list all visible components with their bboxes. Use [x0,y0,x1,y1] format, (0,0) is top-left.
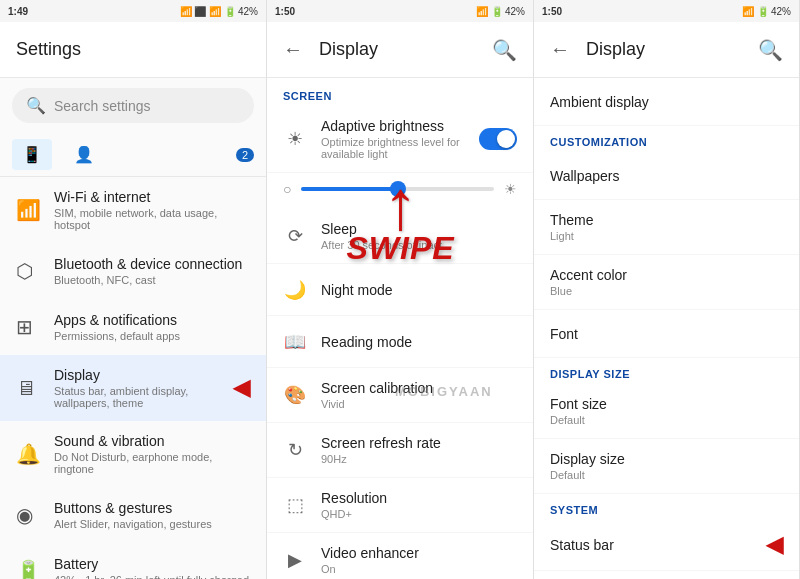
displaysize-title: Display size [550,451,783,467]
time-3: 1:50 [542,6,562,17]
left-arrow-display: ◀ [233,375,250,401]
sound-title: Sound & vibration [54,433,250,449]
time-1: 1:49 [8,6,28,17]
display-title: Display [54,367,219,383]
brightness-high-icon: ☀ [504,181,517,197]
ambientdisplay-title-3: Ambient display [550,94,783,110]
nav-tab-phone[interactable]: 📱 [12,139,52,170]
settings-item-sound[interactable]: 🔔 Sound & vibration Do Not Disturb, earp… [0,421,266,487]
statusbar-title: Status bar [550,537,758,553]
brightness-slider[interactable] [301,187,494,191]
right-item-theme[interactable]: Theme Light [534,200,799,255]
resolution-subtitle: QHD+ [321,508,517,520]
display-item-resolution[interactable]: ⬚ Resolution QHD+ [267,478,533,533]
settings-item-display[interactable]: 🖥 Display Status bar, ambient display, w… [0,355,266,421]
accentcolor-subtitle: Blue [550,285,783,297]
display-item-readingmode[interactable]: 📖 Reading mode [267,316,533,368]
apps-title: Apps & notifications [54,312,180,328]
display-item-screencalib[interactable]: 🎨 Screen calibration Vivid [267,368,533,423]
right-item-autorotate[interactable]: Auto-rotate screen [534,571,799,579]
sound-subtitle: Do Not Disturb, earphone mode, ringtone [54,451,250,475]
display-title-3: Display [586,39,742,60]
nav-badge: 2 [236,148,254,162]
search-icon-2[interactable]: 🔍 [492,38,517,62]
theme-subtitle: Light [550,230,783,242]
search-icon-3[interactable]: 🔍 [758,38,783,62]
settings-item-bluetooth[interactable]: ⬡ Bluetooth & device connection Bluetoot… [0,243,266,299]
display-item-videoenhancer[interactable]: ▶ Video enhancer On [267,533,533,579]
font-title: Font [550,326,783,342]
right-item-fontsize[interactable]: Font size Default [534,384,799,439]
battery-subtitle: 42% · 1 hr, 26 min left until fully char… [54,574,249,579]
sleep-subtitle: After 30 seconds of inact... [321,239,517,251]
nav-tab-user[interactable]: 👤 [64,139,104,170]
resolution-icon: ⬚ [283,494,307,516]
display-panel-right: 1:50 📶 🔋 42% ← Display 🔍 Ambient display… [534,0,800,579]
slider-fill [301,187,397,191]
accentcolor-title: Accent color [550,267,783,283]
right-item-wallpapers[interactable]: Wallpapers [534,152,799,200]
screencalib-icon: 🎨 [283,384,307,406]
status-bar-2: 1:50 📶 🔋 42% [267,0,533,22]
sleep-icon: ⟳ [283,225,307,247]
display-toolbar-3: ← Display 🔍 [534,22,799,78]
apps-icon: ⊞ [16,315,40,339]
settings-panel: 1:49 📶 ⬛ 📶 🔋 42% Settings 🔍 Search setti… [0,0,267,579]
nav-tabs: 📱 👤 2 [0,133,266,177]
status-bar-1: 1:49 📶 ⬛ 📶 🔋 42% [0,0,266,22]
brightness-toggle[interactable] [479,128,517,150]
bluetooth-icon: ⬡ [16,259,40,283]
display-item-sleep[interactable]: ⟳ Sleep After 30 seconds of inact... [267,209,533,264]
right-list: Ambient display CUSTOMIZATION Wallpapers… [534,78,799,579]
search-icon: 🔍 [26,96,46,115]
apps-subtitle: Permissions, default apps [54,330,180,342]
buttons-title: Buttons & gestures [54,500,212,516]
nightmode-icon: 🌙 [283,279,307,301]
search-bar[interactable]: 🔍 Search settings [12,88,254,123]
battery-icon: 🔋 [16,559,40,579]
screenrefresh-icon: ↻ [283,439,307,461]
display-title-2: Display [319,39,476,60]
displaysize-subtitle: Default [550,469,783,481]
displaysize-label: DISPLAY SIZE [534,358,799,384]
right-item-displaysize[interactable]: Display size Default [534,439,799,494]
back-icon-2[interactable]: ← [283,38,303,61]
right-item-font[interactable]: Font [534,310,799,358]
display-item-brightness[interactable]: ☀ Adaptive brightness Optimize brightnes… [267,106,533,173]
screen-section-label: SCREEN [267,78,533,106]
back-icon-3[interactable]: ← [550,38,570,61]
bluetooth-title: Bluetooth & device connection [54,256,242,272]
bluetooth-subtitle: Bluetooth, NFC, cast [54,274,242,286]
settings-item-battery[interactable]: 🔋 Battery 42% · 1 hr, 26 min left until … [0,543,266,579]
status-icons-1: 📶 ⬛ 📶 🔋 42% [180,6,258,17]
right-item-accentcolor[interactable]: Accent color Blue [534,255,799,310]
display-toolbar: ← Display 🔍 [267,22,533,78]
display-panel: 1:50 📶 🔋 42% ← Display 🔍 SCREEN ☀ Adapti… [267,0,534,579]
buttons-subtitle: Alert Slider, navigation, gestures [54,518,212,530]
status-icons-3: 📶 🔋 42% [742,6,791,17]
buttons-icon: ◉ [16,503,40,527]
system-label: SYSTEM [534,494,799,520]
customization-label: CUSTOMIZATION [534,126,799,152]
display-item-screenrefresh[interactable]: ↻ Screen refresh rate 90Hz [267,423,533,478]
screencalib-subtitle: Vivid [321,398,517,410]
display-subtitle: Status bar, ambient display, wallpapers,… [54,385,219,409]
time-2: 1:50 [275,6,295,17]
nightmode-title: Night mode [321,282,517,298]
screenrefresh-title: Screen refresh rate [321,435,517,451]
settings-toolbar: Settings [0,22,266,78]
wifi-title: Wi-Fi & internet [54,189,250,205]
right-item-ambientdisplay[interactable]: Ambient display [534,78,799,126]
settings-item-wifi[interactable]: 📶 Wi-Fi & internet SIM, mobile network, … [0,177,266,243]
right-item-statusbar[interactable]: Status bar ◀ [534,520,799,571]
settings-title: Settings [16,39,250,60]
settings-list: 📶 Wi-Fi & internet SIM, mobile network, … [0,177,266,579]
wifi-subtitle: SIM, mobile network, data usage, hotspot [54,207,250,231]
slider-thumb [390,181,406,197]
settings-item-buttons[interactable]: ◉ Buttons & gestures Alert Slider, navig… [0,487,266,543]
display-item-nightmode[interactable]: 🌙 Night mode [267,264,533,316]
brightness-low-icon: ○ [283,181,291,197]
display-list: SCREEN ☀ Adaptive brightness Optimize br… [267,78,533,579]
status-icons-2: 📶 🔋 42% [476,6,525,17]
settings-item-apps[interactable]: ⊞ Apps & notifications Permissions, defa… [0,299,266,355]
